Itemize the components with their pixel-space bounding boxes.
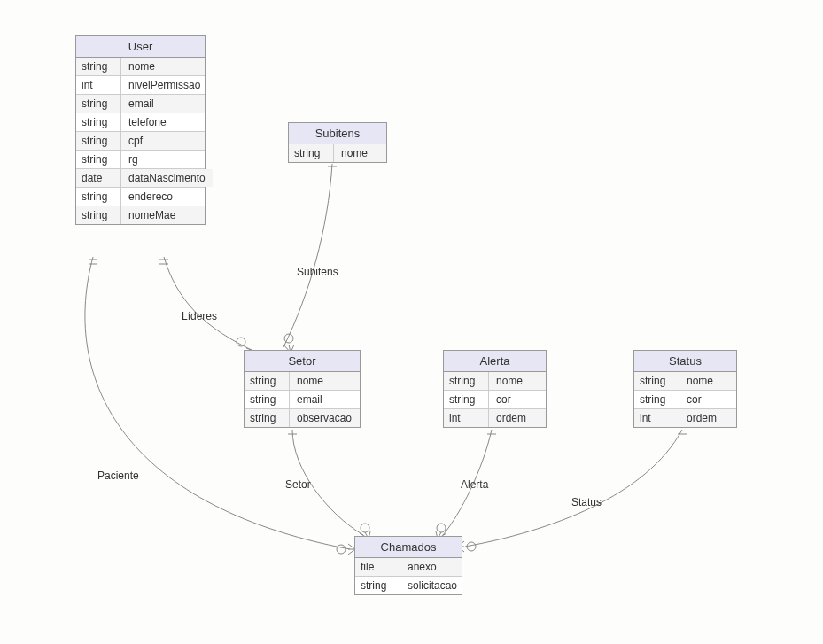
rel-label-lideres: Líderes: [182, 310, 217, 322]
field-type: string: [76, 95, 121, 113]
entity-setor-title: Setor: [245, 351, 360, 372]
field-type: string: [76, 58, 121, 75]
field-type: date: [76, 169, 121, 187]
field-type: string: [76, 206, 121, 224]
rel-label-alerta: Alerta: [461, 478, 488, 491]
field-type: string: [245, 372, 290, 390]
field-type: string: [634, 372, 679, 390]
entity-status-title: Status: [634, 351, 736, 372]
field-name: telefone: [121, 113, 205, 131]
field-name: dataNascimento: [121, 169, 213, 187]
field-name: cor: [679, 391, 736, 408]
rel-label-subitens: Subitens: [297, 266, 338, 278]
entity-chamados-title: Chamados: [355, 537, 462, 558]
field-name: cor: [489, 391, 546, 408]
field-name: nome: [489, 372, 546, 390]
field-type: int: [634, 409, 679, 427]
field-type: string: [444, 372, 489, 390]
field-type: string: [76, 188, 121, 206]
field-type: string: [634, 391, 679, 408]
field-name: nome: [290, 372, 360, 390]
field-name: anexo: [400, 558, 462, 576]
field-name: ordem: [679, 409, 736, 427]
field-type: string: [245, 391, 290, 408]
field-name: nome: [121, 58, 205, 75]
field-name: email: [121, 95, 205, 113]
rel-label-status: Status: [571, 496, 602, 508]
field-name: email: [290, 391, 360, 408]
field-name: nome: [334, 144, 386, 162]
field-name: observacao: [290, 409, 360, 427]
field-type: string: [76, 113, 121, 131]
entity-setor[interactable]: Setor stringnome stringemail stringobser…: [244, 350, 361, 428]
svg-point-5: [467, 542, 476, 551]
entity-alerta[interactable]: Alerta stringnome stringcor intordem: [443, 350, 547, 428]
field-type: string: [355, 577, 400, 594]
field-name: nomeMae: [121, 206, 205, 224]
entity-user-title: User: [76, 36, 205, 58]
svg-point-2: [337, 545, 346, 554]
rel-label-setor: Setor: [285, 478, 311, 491]
entity-status[interactable]: Status stringnome stringcor intordem: [633, 350, 737, 428]
field-type: string: [76, 151, 121, 168]
field-name: ordem: [489, 409, 546, 427]
field-type: int: [76, 76, 121, 94]
field-type: string: [76, 132, 121, 150]
entity-user[interactable]: User stringnome intnivelPermissao string…: [75, 35, 206, 225]
field-type: string: [245, 409, 290, 427]
field-type: string: [444, 391, 489, 408]
svg-point-4: [437, 524, 446, 532]
svg-point-3: [361, 524, 369, 532]
entity-subitens[interactable]: Subitens stringnome: [288, 122, 387, 163]
svg-point-1: [284, 334, 293, 343]
field-name: endereco: [121, 188, 205, 206]
field-name: rg: [121, 151, 205, 168]
svg-point-0: [237, 338, 245, 346]
field-name: cpf: [121, 132, 205, 150]
field-type: file: [355, 558, 400, 576]
entity-subitens-title: Subitens: [289, 123, 386, 144]
field-name: nivelPermissao: [121, 76, 207, 94]
entity-chamados[interactable]: Chamados fileanexo stringsolicitacao: [354, 536, 462, 595]
field-type: string: [289, 144, 334, 162]
field-name: nome: [679, 372, 736, 390]
entity-alerta-title: Alerta: [444, 351, 546, 372]
field-name: solicitacao: [400, 577, 464, 594]
field-type: int: [444, 409, 489, 427]
rel-label-paciente: Paciente: [97, 469, 139, 482]
